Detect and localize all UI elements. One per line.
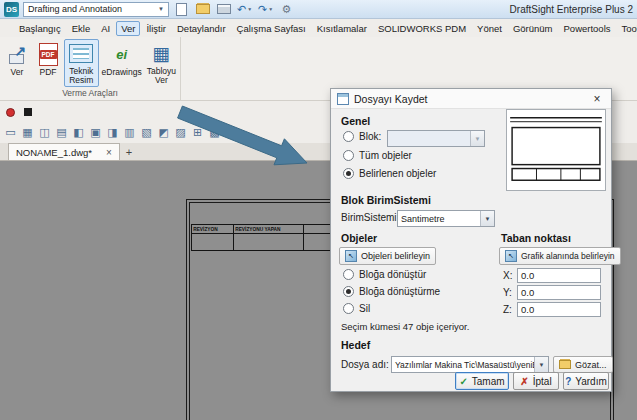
tab-baslangic[interactable]: Başlangıç (14, 21, 66, 36)
revision-table-header-cell: REVİZYON (192, 225, 234, 233)
technical-drawing-icon (68, 41, 94, 66)
ribbon-button-pdf[interactable]: PDF PDF (33, 39, 63, 87)
close-icon[interactable]: × (589, 92, 605, 106)
tab-ilistir[interactable]: İliştir (141, 21, 171, 36)
tab-powertools[interactable]: Powertools (559, 21, 616, 36)
blok-combobox[interactable]: ▼ (387, 130, 485, 147)
radio-icon (343, 168, 354, 179)
tab-kisitlamalar[interactable]: Kısıtlamalar (312, 21, 372, 36)
toolbar-icon[interactable]: ▣ (88, 125, 103, 141)
radio-icon (343, 150, 354, 161)
selection-count-text: Seçim kümesi 47 obje içeriyor. (341, 321, 469, 332)
tab-solidworks-pdm[interactable]: SOLIDWORKS PDM (373, 21, 471, 36)
birimsistemi-label: BirimSistemi: (341, 212, 399, 223)
toolbar-icon[interactable]: ▨ (173, 125, 188, 141)
radio-sil[interactable]: Sil (343, 303, 370, 314)
radio-label: Sil (359, 303, 370, 314)
pdf-label: PDF (40, 50, 57, 59)
new-tab-button[interactable]: + (120, 143, 138, 160)
tab-ver[interactable]: Ver (116, 21, 140, 36)
button-label: Objeleri belirleyin (361, 251, 430, 261)
cross-icon: ✗ (520, 376, 528, 387)
button-label: Yardım (575, 376, 607, 387)
toolbar-icon[interactable]: ▤ (54, 125, 69, 141)
ribbon-button-edrawings[interactable]: ei eDrawings (100, 39, 144, 87)
x-coordinate-field[interactable]: 0.0 (517, 268, 601, 283)
ribbon-tab-bar: Başlangıç Ekle AI Ver İliştir Detaylandı… (0, 19, 637, 37)
radio-label: Belirlenen objeler (359, 168, 436, 179)
macro-toolbar (6, 104, 32, 120)
toolbar-icon[interactable]: ◫ (37, 125, 52, 141)
toolbar-icon[interactable]: ◩ (156, 125, 171, 141)
record-macro-icon[interactable] (6, 108, 15, 117)
export-table-icon: ▦ (148, 41, 174, 66)
tab-toolbox[interactable]: Toolbox (617, 21, 637, 36)
radio-label: Blok: (359, 131, 381, 142)
ribbon-button-ver[interactable]: ↗ Ver (2, 39, 32, 87)
draftsight-logo: DS (4, 2, 19, 17)
ribbon-button-tabloyu-ver[interactable]: ▦ Tabloyu Ver (145, 39, 178, 87)
birimsistemi-combobox[interactable]: Santimetre ▼ (397, 210, 495, 227)
file-name-combobox[interactable]: Yazılımlar Makina Tic\Masaüstü\yeniBlok.… (391, 356, 549, 373)
pick-point-icon: ↖ (505, 250, 517, 262)
select-objects-button[interactable]: ↖ Objeleri belirleyin (339, 247, 436, 265)
draftsight-window: DS Drafting and Annotation ▼ ↶▼ ↷▼ ⚙ Dra… (0, 0, 637, 420)
radio-tum-objeler[interactable]: Tüm objeler (343, 150, 412, 161)
redo-glyph: ↷ (258, 3, 267, 16)
redo-icon[interactable]: ↷▼ (257, 1, 274, 17)
pick-base-point-button[interactable]: ↖ Grafik alanında belirleyin (499, 247, 621, 265)
print-icon[interactable] (215, 1, 232, 17)
radio-bloga-donustur[interactable]: Bloğa dönüştür (343, 269, 426, 280)
dialog-titlebar[interactable]: Dosyayı Kaydet × (331, 89, 611, 109)
radio-icon (343, 131, 354, 142)
gear-glyph: ⚙ (282, 3, 292, 16)
block-preview-drawing (507, 110, 605, 190)
toolbar-icon[interactable]: ▭ (3, 125, 18, 141)
section-heading-birimsistemi: Blok BirimSistemi (341, 194, 431, 206)
ok-button[interactable]: ✓ Tamam (455, 372, 509, 390)
close-tab-icon[interactable]: × (106, 147, 112, 158)
open-file-icon[interactable] (194, 1, 211, 17)
pdf-page-shape: PDF (39, 43, 58, 66)
tab-ekle[interactable]: Ekle (67, 21, 95, 36)
question-icon: ? (565, 376, 571, 387)
tab-detaylandir[interactable]: Detaylandır (172, 21, 231, 36)
workspace-selector[interactable]: Drafting and Annotation ▼ (23, 2, 169, 17)
toolbar-icon[interactable]: ◨ (105, 125, 120, 141)
tab-ai[interactable]: AI (96, 21, 115, 36)
help-button[interactable]: ? Yardım (563, 372, 609, 390)
undo-icon[interactable]: ↶▼ (236, 1, 253, 17)
ribbon-button-label: eDrawings (102, 68, 142, 77)
toolbar-icon[interactable]: ◧ (71, 125, 86, 141)
cancel-button[interactable]: ✗ İptal (513, 372, 559, 390)
dialog-body: Genel Blok: ▼ Tüm objeler Belirlenen obj… (331, 109, 611, 391)
browse-button[interactable]: Gözat... (553, 356, 613, 373)
undo-glyph: ↶ (237, 3, 246, 16)
sheet-shape (69, 44, 93, 63)
toolbar-icon[interactable]: ▧ (139, 125, 154, 141)
dialog-icon (337, 93, 349, 105)
tab-calisma-sayfasi[interactable]: Çalışma Sayfası (232, 21, 311, 36)
tab-yonet[interactable]: Yönet (472, 21, 507, 36)
radio-blok[interactable]: Blok: (343, 131, 381, 142)
chevron-down-icon: ▼ (158, 6, 164, 12)
y-coordinate-field[interactable]: 0.0 (517, 285, 601, 300)
chevron-down-icon: ▼ (480, 211, 494, 226)
z-coordinate-field[interactable]: 0.0 (517, 302, 601, 317)
ribbon-button-teknik-resim[interactable]: Teknik Resim (64, 39, 99, 87)
stop-macro-icon[interactable] (24, 108, 32, 116)
radio-belirlenen-objeler[interactable]: Belirlenen objeler (343, 168, 436, 179)
toolbar-icon[interactable]: ⊞ (190, 125, 205, 141)
new-document-icon[interactable] (173, 1, 190, 17)
document-tab[interactable]: NONAME_1.dwg* × (8, 143, 120, 160)
file-name-label: Dosya adı: (341, 359, 389, 370)
app-title: DraftSight Enterprise Plus 2 (510, 4, 633, 15)
radio-icon (343, 303, 354, 314)
tab-gorunum[interactable]: Görünüm (508, 21, 558, 36)
toolbar-icon[interactable]: ▦ (20, 125, 35, 141)
options-gear-icon[interactable]: ⚙ (278, 1, 295, 17)
radio-bloga-donusturme[interactable]: Bloğa dönüştürme (343, 286, 440, 297)
toolbar-icon[interactable]: ▩ (207, 125, 222, 141)
toolbar-icon[interactable]: ▥ (122, 125, 137, 141)
section-heading-objeler: Objeler (341, 232, 377, 244)
